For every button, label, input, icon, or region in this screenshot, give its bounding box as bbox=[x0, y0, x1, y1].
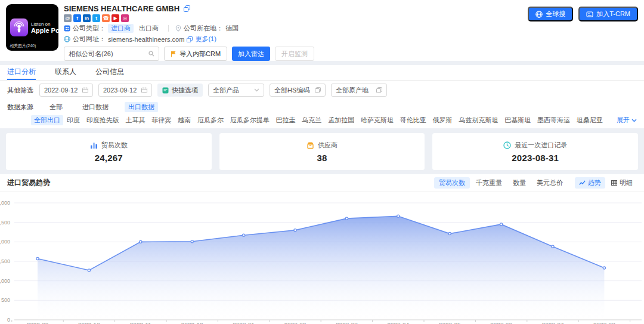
country-filter-item[interactable]: 全部出口 bbox=[31, 115, 63, 125]
global-search-button[interactable]: 全球搜 bbox=[528, 7, 573, 21]
add-radar-button[interactable]: 加入雷达 bbox=[232, 47, 270, 61]
country-filter-item[interactable]: 哥伦比亚 bbox=[397, 115, 429, 125]
country-filter-item[interactable]: 乌克兰 bbox=[299, 115, 324, 125]
type-exporter-badge[interactable]: 出口商 bbox=[136, 24, 162, 33]
metric-button[interactable]: 贸易次数 bbox=[434, 177, 470, 189]
expand-link[interactable]: 展开 bbox=[617, 116, 637, 125]
bar-chart-icon bbox=[90, 141, 98, 149]
country-filter-item[interactable]: 印度抢先版 bbox=[83, 115, 122, 125]
company-type-label: 公司类型： bbox=[73, 24, 106, 33]
tab-contacts[interactable]: 联系人 bbox=[55, 65, 76, 80]
stat-label: 贸易次数 bbox=[101, 141, 128, 150]
stat-value: 38 bbox=[317, 153, 327, 163]
calendar-icon bbox=[141, 87, 147, 93]
stat-value: 24,267 bbox=[95, 153, 123, 163]
calendar-icon bbox=[82, 87, 88, 93]
stat-card: 贸易次数24,267 bbox=[6, 133, 212, 170]
date-to-value: 2023-09-12 bbox=[103, 87, 137, 94]
tab-company-info[interactable]: 公司信息 bbox=[95, 65, 124, 80]
view-button-line-chart[interactable]: 趋势 bbox=[575, 177, 605, 189]
hs-code-select[interactable]: 全部HS编码 bbox=[270, 84, 326, 97]
instagram-icon[interactable]: ◎ bbox=[121, 14, 129, 22]
country-list: 全部出口印度印度抢先版土耳其菲律宾越南厄瓜多尔厄瓜多尔提单巴拉圭乌克兰孟加拉国哈… bbox=[31, 115, 606, 125]
more-link[interactable]: 更多(1) bbox=[195, 35, 216, 44]
logo-caption: 相关图片(240) bbox=[10, 43, 36, 49]
facebook-icon[interactable]: f bbox=[73, 14, 81, 22]
metric-button[interactable]: 美元总价 bbox=[532, 177, 568, 189]
company-name: SIEMENS HEALTHCARE GMBH bbox=[64, 4, 179, 13]
country-filter-item[interactable]: 土耳其 bbox=[122, 115, 148, 125]
svg-text:0: 0 bbox=[7, 317, 10, 323]
country-filter-item[interactable]: 厄瓜多尔提单 bbox=[227, 115, 273, 125]
svg-text:2,000: 2,000 bbox=[0, 239, 10, 245]
source-all[interactable]: 全部 bbox=[46, 102, 66, 112]
stat-cards: 贸易次数24,267供应商38最近一次进口记录2023-08-31 bbox=[0, 128, 644, 174]
quick-options-button[interactable]: 快捷选项 bbox=[157, 84, 203, 97]
location-icon bbox=[175, 25, 181, 32]
chart-title: 进口贸易趋势 bbox=[7, 178, 50, 188]
country-filter-item[interactable]: 乌兹别克斯坦 bbox=[456, 115, 501, 125]
country-filter-item[interactable]: 哈萨克斯坦 bbox=[358, 115, 397, 125]
social-icons-row: @fint☎▶◎ bbox=[64, 14, 314, 22]
import-crm-button[interactable]: 导入内部CRM bbox=[164, 47, 227, 61]
source-import-data[interactable]: 进口数据 bbox=[79, 102, 112, 112]
twitter-icon[interactable]: t bbox=[92, 14, 100, 22]
similar-companies-label: 相似公司名(26) bbox=[69, 50, 113, 58]
svg-text:1,000: 1,000 bbox=[0, 278, 10, 284]
copy-icon[interactable] bbox=[187, 36, 193, 42]
import-trend-section: 进口贸易趋势 贸易次数千克重量数量美元总价 趋势明细 05001,0001,50… bbox=[0, 174, 644, 324]
date-from-value: 2022-09-12 bbox=[44, 87, 78, 94]
source-export-data[interactable]: 出口数据 bbox=[125, 102, 158, 112]
metric-button[interactable]: 数量 bbox=[508, 177, 531, 189]
website-icon[interactable]: @ bbox=[64, 14, 72, 22]
join-tcrm-button[interactable]: 加入T-CRM bbox=[578, 7, 638, 21]
country-filter-item[interactable]: 越南 bbox=[175, 115, 194, 125]
website-value[interactable]: siemens-healthineers.com bbox=[108, 36, 184, 43]
country-filter-item[interactable]: 印度 bbox=[64, 115, 83, 125]
tab-import-analysis[interactable]: 进口分析 bbox=[7, 65, 36, 80]
country-filter-item[interactable]: 菲律宾 bbox=[148, 115, 174, 125]
apple-podcasts-icon bbox=[10, 18, 28, 36]
data-source-label: 数据来源 bbox=[7, 103, 33, 112]
data-source-bar: 数据来源 全部 进口数据 出口数据 bbox=[0, 99, 644, 113]
hs-code-value: 全部HS编码 bbox=[274, 86, 309, 95]
import-crm-label: 导入内部CRM bbox=[179, 50, 221, 58]
start-monitor-label: 开启监测 bbox=[281, 50, 308, 58]
country-filter-item[interactable]: 墨西哥海运 bbox=[534, 115, 573, 125]
product-select[interactable]: 全部产品 bbox=[208, 84, 264, 97]
view-button-table[interactable]: 明细 bbox=[607, 177, 637, 189]
country-filter-item[interactable]: 厄瓜多尔 bbox=[194, 115, 227, 125]
phone-icon[interactable]: ☎ bbox=[102, 14, 110, 22]
similar-companies-select[interactable]: 相似公司名(26) bbox=[64, 47, 159, 61]
website-label: 公司网址： bbox=[73, 35, 106, 44]
expand-label: 展开 bbox=[617, 116, 630, 125]
flag-icon bbox=[171, 51, 177, 57]
country-filter-item[interactable]: 坦桑尼亚 bbox=[574, 115, 606, 125]
country-filter-item[interactable]: 俄罗斯 bbox=[430, 115, 456, 125]
view-buttons: 趋势明细 bbox=[575, 177, 637, 189]
type-importer-badge[interactable]: 进口商 bbox=[108, 24, 134, 33]
svg-text:3,000: 3,000 bbox=[0, 200, 10, 206]
linkedin-icon[interactable]: in bbox=[83, 14, 91, 22]
stat-card: 供应商38 bbox=[219, 133, 425, 170]
logo-line2: Apple Podcasts bbox=[31, 27, 58, 34]
country-filter-item[interactable]: 孟加拉国 bbox=[325, 115, 357, 125]
global-search-label: 全球搜 bbox=[546, 10, 565, 18]
crm-card-icon bbox=[586, 11, 593, 18]
start-monitor-button[interactable]: 开启监测 bbox=[275, 47, 314, 61]
country-filter-item[interactable]: 巴拉圭 bbox=[273, 115, 299, 125]
date-to-input[interactable]: 2023-09-12 bbox=[98, 84, 152, 97]
country-filter-bar: 全部出口印度印度抢先版土耳其菲律宾越南厄瓜多尔厄瓜多尔提单巴拉圭乌克兰孟加拉国哈… bbox=[0, 113, 644, 128]
logo-line1: Listen on bbox=[31, 21, 58, 27]
origin-value: 全部原产地 bbox=[336, 86, 369, 95]
date-from-input[interactable]: 2022-09-12 bbox=[39, 84, 93, 97]
location-value: 德国 bbox=[225, 24, 239, 33]
origin-select[interactable]: 全部原产地 bbox=[331, 84, 387, 97]
youtube-icon[interactable]: ▶ bbox=[112, 14, 119, 22]
country-filter-item[interactable]: 巴基斯坦 bbox=[501, 115, 534, 125]
metric-button[interactable]: 千克重量 bbox=[471, 177, 507, 189]
stat-card: 最近一次进口记录2023-08-31 bbox=[432, 133, 638, 170]
quick-calendar-icon bbox=[162, 87, 169, 94]
copy-icon[interactable] bbox=[184, 5, 190, 12]
layers-icon bbox=[315, 87, 321, 93]
